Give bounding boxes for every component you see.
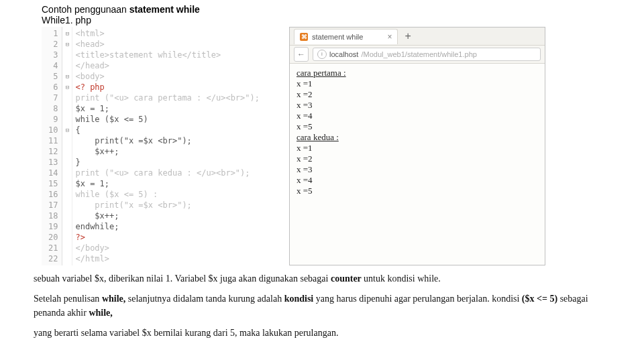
fold-marker: ⊟ bbox=[62, 125, 72, 135]
line-number: 18 bbox=[48, 210, 58, 221]
fold-marker bbox=[62, 253, 72, 264]
paragraph-3: yang berarti selama variabel $x bernilai… bbox=[34, 326, 610, 340]
info-icon[interactable]: i bbox=[317, 50, 327, 59]
line-number: 6 bbox=[48, 82, 58, 93]
line-number: 9 bbox=[48, 114, 58, 125]
code-line: } bbox=[75, 157, 260, 168]
code-line: $x++; bbox=[75, 210, 260, 221]
heading-text-a: Contoh penggunaan bbox=[42, 4, 129, 15]
line-number: 17 bbox=[48, 200, 58, 210]
fold-marker: ⊟ bbox=[62, 71, 72, 82]
fold-marker bbox=[62, 103, 72, 114]
fold-marker bbox=[62, 168, 72, 178]
code-line: </html> bbox=[75, 253, 260, 264]
output-line: x =2 bbox=[297, 154, 538, 164]
tab-favicon-icon: ⌘ bbox=[300, 33, 308, 41]
output-heading-1: cara pertama : bbox=[297, 68, 538, 78]
line-number: 4 bbox=[48, 60, 58, 71]
line-number: 22 bbox=[48, 253, 58, 264]
fold-marker bbox=[62, 146, 72, 157]
browser-tabbar: ⌘ statement while × + bbox=[290, 27, 545, 46]
line-number: 15 bbox=[48, 178, 58, 189]
fold-marker bbox=[62, 232, 72, 243]
code-line: print ("<u> cara pertama : </u><br>"); bbox=[75, 93, 260, 103]
url-path: /Modul_web1/statement/while1.php bbox=[361, 48, 476, 60]
fold-marker bbox=[62, 178, 72, 189]
fold-marker: ⊟ bbox=[62, 82, 72, 93]
output-line: x =4 bbox=[297, 175, 538, 186]
fold-marker bbox=[62, 210, 72, 221]
output-heading-2: cara kedua : bbox=[297, 132, 538, 143]
output-line: x =2 bbox=[297, 89, 538, 100]
code-line: </head> bbox=[75, 60, 260, 71]
fold-marker bbox=[62, 60, 72, 71]
tab-close-button[interactable]: × bbox=[387, 32, 392, 42]
code-content: <html><head><title>statement while</titl… bbox=[72, 27, 262, 265]
fold-marker bbox=[62, 50, 72, 60]
fold-marker bbox=[62, 135, 72, 146]
line-number: 3 bbox=[48, 50, 58, 60]
line-number: 1 bbox=[48, 28, 58, 39]
heading-subtext: While1. php bbox=[42, 15, 644, 25]
code-line: $x = 1; bbox=[75, 103, 260, 114]
output-line: x =4 bbox=[297, 111, 538, 121]
code-line: <body> bbox=[75, 71, 260, 82]
code-line: <title>statement while</title> bbox=[75, 50, 260, 60]
url-field[interactable]: i localhost/Modul_web1/statement/while1.… bbox=[313, 48, 541, 61]
line-number-gutter: 12345678910111213141516171819202122 bbox=[42, 27, 62, 265]
fold-marker bbox=[62, 243, 72, 253]
explanation-paragraphs: sebuah variabel $x, diberikan nilai 1. V… bbox=[0, 265, 644, 340]
fold-marker bbox=[62, 200, 72, 210]
line-number: 11 bbox=[48, 135, 58, 146]
output-line: x =3 bbox=[297, 164, 538, 175]
browser-page-content: cara pertama : x =1x =2x =3x =4x =5 cara… bbox=[290, 64, 545, 200]
tab-title: statement while bbox=[312, 33, 363, 41]
browser-window: ⌘ statement while × + ← i localhost/Modu… bbox=[289, 27, 545, 265]
code-line: while ($x <= 5) : bbox=[75, 189, 260, 200]
code-line: <? php bbox=[75, 82, 260, 93]
code-line: ?> bbox=[75, 232, 260, 243]
code-line: endwhile; bbox=[75, 221, 260, 232]
paragraph-2: Setelah penulisan while, selanjutnya did… bbox=[34, 292, 610, 320]
code-line: print("x =$x <br>"); bbox=[75, 135, 260, 146]
line-number: 8 bbox=[48, 103, 58, 114]
line-number: 20 bbox=[48, 232, 58, 243]
new-tab-button[interactable]: + bbox=[398, 30, 417, 42]
output-line: x =5 bbox=[297, 186, 538, 196]
output-line: x =5 bbox=[297, 121, 538, 132]
output-line: x =1 bbox=[297, 78, 538, 89]
code-line: print("x =$x <br>"); bbox=[75, 200, 260, 210]
fold-marker bbox=[62, 93, 72, 103]
line-number: 7 bbox=[48, 93, 58, 103]
line-number: 5 bbox=[48, 71, 58, 82]
line-number: 16 bbox=[48, 189, 58, 200]
line-number: 14 bbox=[48, 168, 58, 178]
code-line: <head> bbox=[75, 39, 260, 50]
fold-marker: ⊟ bbox=[62, 28, 72, 39]
code-line: print ("<u> cara kedua : </u><br>"); bbox=[75, 168, 260, 178]
line-number: 21 bbox=[48, 243, 58, 253]
code-editor: 12345678910111213141516171819202122 ⊟⊟⊟⊟… bbox=[42, 27, 262, 265]
url-host: localhost bbox=[329, 48, 358, 60]
line-number: 12 bbox=[48, 146, 58, 157]
output-line: x =1 bbox=[297, 143, 538, 154]
line-number: 13 bbox=[48, 157, 58, 168]
code-line: while ($x <= 5) bbox=[75, 114, 260, 125]
heading-text-b: statement while bbox=[129, 4, 200, 15]
code-line: $x++; bbox=[75, 146, 260, 157]
output-line: x =3 bbox=[297, 100, 538, 111]
fold-marker bbox=[62, 189, 72, 200]
fold-marker bbox=[62, 157, 72, 168]
code-line: { bbox=[75, 125, 260, 135]
line-number: 19 bbox=[48, 221, 58, 232]
fold-marker bbox=[62, 221, 72, 232]
browser-addressbar: ← i localhost/Modul_web1/statement/while… bbox=[290, 46, 545, 64]
heading-block: Contoh penggunaan statement while While1… bbox=[0, 0, 644, 27]
fold-marker: ⊟ bbox=[62, 39, 72, 50]
fold-gutter: ⊟⊟⊟⊟⊟ bbox=[62, 27, 72, 265]
code-line: $x = 1; bbox=[75, 178, 260, 189]
back-button[interactable]: ← bbox=[294, 47, 309, 62]
line-number: 10 bbox=[48, 125, 58, 135]
code-line: </body> bbox=[75, 243, 260, 253]
browser-tab[interactable]: ⌘ statement while × bbox=[294, 29, 398, 44]
